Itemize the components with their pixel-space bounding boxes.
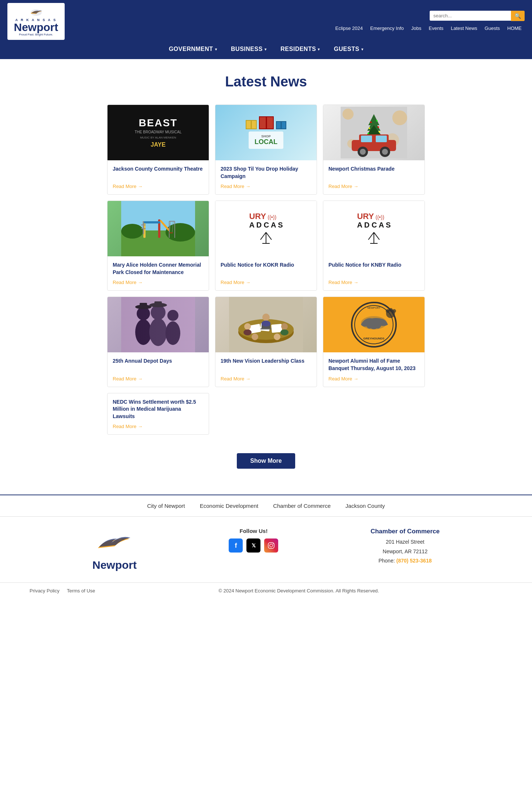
- nav-jobs[interactable]: Jobs: [408, 24, 424, 33]
- news-image-8: [215, 297, 317, 352]
- show-more-button[interactable]: Show More: [237, 453, 295, 469]
- site-logo[interactable]: A R K A N S A S Newport Proud Past. Brig…: [7, 3, 65, 40]
- follow-us-label: Follow Us!: [240, 528, 268, 534]
- meeting-illustration: [229, 297, 303, 352]
- instagram-button[interactable]: [264, 538, 278, 553]
- card-title-7: 25th Annual Depot Days: [113, 358, 204, 365]
- alumni-illustration: GREYHOUNDS NEWPORT: [337, 297, 411, 352]
- nav-latest-news[interactable]: Latest News: [448, 24, 480, 33]
- government-arrow-icon: ▾: [215, 47, 217, 51]
- footer-chamber-info: Chamber of Commerce 201 Hazel Street New…: [371, 528, 440, 565]
- svg-text:NEWPORT: NEWPORT: [367, 307, 381, 309]
- footer-main: Newport Follow Us! f 𝕏 Chamber of Commer…: [63, 517, 469, 582]
- svg-point-21: [368, 133, 369, 134]
- nav-guests-main[interactable]: GUESTS ▾: [332, 43, 365, 55]
- search-button[interactable]: 🔍: [511, 11, 525, 21]
- nav-home[interactable]: HOME: [504, 24, 525, 33]
- svg-point-71: [281, 323, 288, 330]
- svg-point-69: [262, 314, 270, 321]
- people-illustration: [121, 297, 195, 352]
- svg-point-88: [270, 544, 273, 547]
- card-title-2: 2023 Shop Til You Drop Holiday Campaign: [221, 165, 311, 180]
- svg-line-46: [368, 232, 374, 240]
- phone-number: (870) 523-3618: [396, 558, 432, 564]
- footer-link-econ[interactable]: Economic Development: [200, 503, 258, 509]
- svg-rect-12: [376, 136, 387, 142]
- nav-events[interactable]: Events: [426, 24, 447, 33]
- news-image-7: [108, 297, 209, 352]
- svg-point-2: [342, 109, 354, 120]
- nav-business[interactable]: BUSINESS ▾: [229, 43, 268, 55]
- read-more-9[interactable]: Read More →: [328, 376, 419, 382]
- svg-point-75: [243, 329, 252, 335]
- nav-eclipse[interactable]: Eclipse 2024: [332, 24, 366, 33]
- news-image-1: BEAST THE BROADWAY MUSICAL MUSIC BY ALAN…: [108, 105, 209, 160]
- card-title-8: 19th New Vision Leadership Class: [221, 358, 311, 365]
- news-card-10: NEDC Wins Settlement worth $2.5 Million …: [107, 393, 209, 435]
- park-illustration: [121, 201, 195, 256]
- terms-of-use-link[interactable]: Terms of Use: [67, 588, 95, 594]
- privacy-policy-link[interactable]: Privacy Policy: [30, 588, 59, 594]
- read-more-3[interactable]: Read More →: [328, 184, 419, 189]
- footer-link-jackson[interactable]: Jackson County: [345, 503, 385, 509]
- footer-link-chamber[interactable]: Chamber of Commerce: [273, 503, 331, 509]
- read-more-8[interactable]: Read More →: [221, 376, 311, 382]
- facebook-button[interactable]: f: [229, 538, 243, 553]
- read-more-7[interactable]: Read More →: [113, 376, 204, 382]
- read-more-10[interactable]: Read More →: [113, 424, 204, 429]
- svg-point-16: [382, 149, 388, 155]
- top-nav: Eclipse 2024 Emergency Info Jobs Events …: [332, 24, 525, 33]
- svg-point-89: [273, 543, 273, 544]
- footer-bottom-links: Privacy Policy Terms of Use: [30, 588, 95, 594]
- nav-residents[interactable]: RESIDENTS ▾: [279, 43, 321, 55]
- phone-label: Phone:: [378, 558, 395, 564]
- nav-government[interactable]: GOVERNMENT ▾: [167, 43, 218, 55]
- svg-line-47: [374, 232, 379, 240]
- svg-point-3: [392, 110, 407, 125]
- card-title-1: Jackson County Community Theatre: [113, 165, 204, 173]
- residents-arrow-icon: ▾: [318, 47, 320, 51]
- news-card-6: URY ((•)) A D C A S Public Notice for KN…: [323, 201, 425, 291]
- footer-logo-text: Newport: [92, 559, 137, 571]
- news-card-4: Mary Alice Holden Conner Memorial Park C…: [107, 201, 209, 291]
- footer-links-bar: City of Newport Economic Development Cha…: [0, 495, 532, 517]
- news-card-3: Newport Christmas Parade Read More →: [323, 105, 425, 195]
- svg-point-84: [392, 309, 396, 313]
- svg-rect-60: [121, 297, 195, 352]
- footer-logo: Newport: [92, 528, 137, 571]
- page-title: Latest News: [0, 59, 532, 97]
- svg-rect-30: [143, 221, 160, 223]
- news-grid: BEAST THE BROADWAY MUSICAL MUSIC BY ALAN…: [100, 97, 432, 442]
- search-area: 🔍: [430, 11, 525, 21]
- svg-point-20: [378, 126, 379, 128]
- card-title-9: Newport Alumni Hall of Fame Banquet Thur…: [328, 358, 419, 372]
- card-title-3: Newport Christmas Parade: [328, 165, 419, 173]
- search-input[interactable]: [430, 11, 511, 21]
- read-more-4[interactable]: Read More →: [113, 280, 204, 285]
- read-more-6[interactable]: Read More →: [328, 280, 419, 285]
- show-more-section: Show More: [0, 442, 532, 480]
- business-arrow-icon: ▾: [265, 47, 267, 51]
- nav-emergency[interactable]: Emergency Info: [367, 24, 407, 33]
- header-top: A R K A N S A S Newport Proud Past. Brig…: [0, 0, 532, 43]
- twitter-button[interactable]: 𝕏: [246, 538, 260, 553]
- news-card-9: GREYHOUNDS NEWPORT Newport Alumni Hall o…: [323, 297, 425, 387]
- news-card-5: URY ((•)) A D C A S Public Notice fo: [215, 201, 317, 291]
- svg-point-74: [262, 321, 270, 326]
- footer-link-city[interactable]: City of Newport: [147, 503, 185, 509]
- read-more-1[interactable]: Read More →: [113, 184, 204, 189]
- nav-guests[interactable]: Guests: [482, 24, 503, 33]
- read-more-5[interactable]: Read More →: [221, 280, 311, 285]
- news-card-1: BEAST THE BROADWAY MUSICAL MUSIC BY ALAN…: [107, 105, 209, 195]
- card-title-6: Public Notice for KNBY Radio: [328, 261, 419, 269]
- card-title-4: Mary Alice Holden Conner Memorial Park C…: [113, 261, 204, 276]
- svg-point-19: [369, 127, 370, 129]
- chamber-phone: Phone: (870) 523-3618: [371, 556, 440, 565]
- svg-text:GREYHOUNDS: GREYHOUNDS: [363, 337, 385, 340]
- news-image-3: [323, 105, 424, 160]
- main-nav: GOVERNMENT ▾ BUSINESS ▾ RESIDENTS ▾ GUES…: [0, 43, 532, 59]
- guests-arrow-icon: ▾: [361, 47, 364, 51]
- news-card-7: 25th Annual Depot Days Read More →: [107, 297, 209, 387]
- read-more-2[interactable]: Read More →: [221, 184, 311, 189]
- card-title-5: Public Notice for KOKR Radio: [221, 261, 311, 269]
